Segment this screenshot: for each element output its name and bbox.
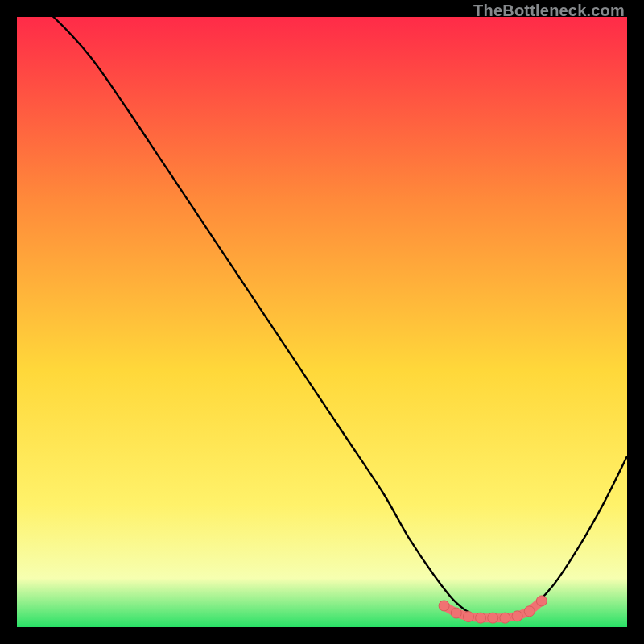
watermark-text: TheBottleneck.com: [473, 2, 625, 20]
optimal-range-dot: [488, 613, 498, 623]
optimal-range-dot: [500, 613, 510, 623]
optimal-range-dot: [476, 613, 486, 623]
optimal-range-dot: [512, 611, 522, 621]
optimal-range-dot: [451, 608, 461, 618]
optimal-range-dot: [524, 606, 535, 617]
optimal-range-dot: [439, 601, 449, 611]
optimal-range-dot: [463, 612, 473, 622]
gradient-background: [17, 17, 627, 627]
chart-svg: [17, 17, 627, 627]
optimal-range-dot: [536, 596, 547, 606]
chart-frame: [17, 17, 627, 627]
